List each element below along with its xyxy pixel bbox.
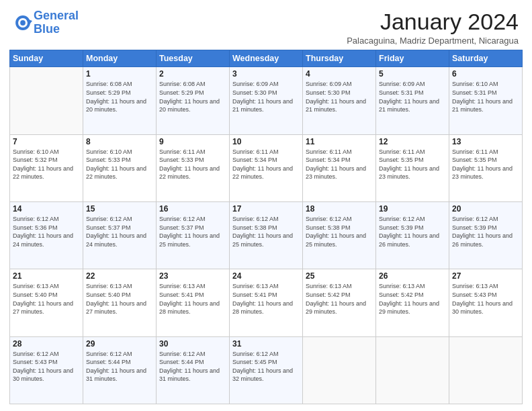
day-info: Sunrise: 6:13 AMSunset: 5:40 PMDaylight:… [86,282,153,316]
day-cell: 7Sunrise: 6:10 AMSunset: 5:32 PMDaylight… [10,134,83,201]
day-cell: 20Sunrise: 6:12 AMSunset: 5:39 PMDayligh… [449,202,523,269]
day-cell: 30Sunrise: 6:12 AMSunset: 5:44 PMDayligh… [157,336,230,404]
day-info: Sunrise: 6:12 AMSunset: 5:39 PMDaylight:… [452,215,519,248]
day-number: 5 [379,69,446,79]
logo-general: General [34,9,79,22]
day-cell: 21Sunrise: 6:13 AMSunset: 5:40 PMDayligh… [10,269,83,336]
logo-text: General Blue [34,9,79,36]
day-number: 7 [13,137,80,146]
header-thursday: Thursday [303,50,376,67]
day-cell: 31Sunrise: 6:12 AMSunset: 5:45 PMDayligh… [230,336,303,404]
day-cell [449,336,523,404]
week-row-2: 14Sunrise: 6:12 AMSunset: 5:36 PMDayligh… [10,202,523,269]
day-cell: 24Sunrise: 6:13 AMSunset: 5:41 PMDayligh… [230,269,303,336]
day-cell: 26Sunrise: 6:13 AMSunset: 5:42 PMDayligh… [376,269,449,336]
day-number: 25 [306,271,373,281]
header: General Blue January 2024 Palacaguina, M… [0,0,532,50]
day-info: Sunrise: 6:10 AMSunset: 5:33 PMDaylight:… [86,148,153,181]
day-cell: 11Sunrise: 6:11 AMSunset: 5:34 PMDayligh… [303,134,376,201]
day-info: Sunrise: 6:13 AMSunset: 5:42 PMDaylight:… [306,282,373,316]
calendar-table: SundayMondayTuesdayWednesdayThursdayFrid… [9,50,523,404]
logo-blue: Blue [34,22,60,36]
day-info: Sunrise: 6:13 AMSunset: 5:42 PMDaylight:… [379,282,446,316]
day-info: Sunrise: 6:11 AMSunset: 5:34 PMDaylight:… [232,148,300,181]
day-info: Sunrise: 6:12 AMSunset: 5:43 PMDaylight:… [13,350,80,383]
day-cell [10,67,83,134]
day-number: 9 [159,137,226,146]
day-cell [376,336,449,404]
day-cell: 4Sunrise: 6:09 AMSunset: 5:30 PMDaylight… [303,67,376,134]
day-info: Sunrise: 6:10 AMSunset: 5:32 PMDaylight:… [13,148,80,181]
day-cell: 22Sunrise: 6:13 AMSunset: 5:40 PMDayligh… [83,269,157,336]
day-info: Sunrise: 6:08 AMSunset: 5:29 PMDaylight:… [159,80,226,113]
header-monday: Monday [83,50,157,67]
day-number: 30 [159,339,226,349]
day-info: Sunrise: 6:12 AMSunset: 5:37 PMDaylight:… [159,215,226,248]
header-friday: Friday [376,50,449,67]
day-cell: 23Sunrise: 6:13 AMSunset: 5:41 PMDayligh… [157,269,230,336]
day-info: Sunrise: 6:12 AMSunset: 5:45 PMDaylight:… [232,350,300,383]
day-info: Sunrise: 6:12 AMSunset: 5:37 PMDaylight:… [86,215,153,248]
week-row-4: 28Sunrise: 6:12 AMSunset: 5:43 PMDayligh… [10,336,523,404]
day-info: Sunrise: 6:08 AMSunset: 5:29 PMDaylight:… [86,80,153,113]
calendar-header: SundayMondayTuesdayWednesdayThursdayFrid… [10,50,523,67]
month-title: January 2024 [347,9,519,34]
day-cell: 3Sunrise: 6:09 AMSunset: 5:30 PMDaylight… [230,67,303,134]
day-number: 24 [232,271,300,281]
day-number: 23 [159,271,226,281]
day-number: 26 [379,271,446,281]
day-info: Sunrise: 6:11 AMSunset: 5:35 PMDaylight:… [379,148,446,181]
day-number: 3 [232,69,300,79]
day-cell [303,336,376,404]
day-number: 22 [86,271,153,281]
day-number: 27 [452,271,519,281]
day-number: 14 [13,204,80,214]
day-info: Sunrise: 6:12 AMSunset: 5:44 PMDaylight:… [159,350,226,383]
week-row-1: 7Sunrise: 6:10 AMSunset: 5:32 PMDaylight… [10,134,523,201]
logo: General Blue [13,9,79,36]
day-number: 8 [86,137,153,146]
header-tuesday: Tuesday [157,50,230,67]
header-sunday: Sunday [10,50,83,67]
day-cell: 9Sunrise: 6:11 AMSunset: 5:33 PMDaylight… [157,134,230,201]
day-number: 21 [13,271,80,281]
day-cell: 5Sunrise: 6:09 AMSunset: 5:31 PMDaylight… [376,67,449,134]
calendar-body: 1Sunrise: 6:08 AMSunset: 5:29 PMDaylight… [10,67,523,404]
day-info: Sunrise: 6:09 AMSunset: 5:31 PMDaylight:… [379,80,446,113]
title-section: January 2024 Palacaguina, Madriz Departm… [347,9,519,46]
day-number: 15 [86,204,153,214]
day-number: 11 [306,137,373,146]
day-number: 4 [306,69,373,79]
svg-point-2 [20,20,26,26]
day-number: 2 [159,69,226,79]
day-info: Sunrise: 6:10 AMSunset: 5:31 PMDaylight:… [452,80,519,113]
day-info: Sunrise: 6:13 AMSunset: 5:41 PMDaylight:… [159,282,226,316]
day-info: Sunrise: 6:12 AMSunset: 5:39 PMDaylight:… [379,215,446,248]
day-cell: 17Sunrise: 6:12 AMSunset: 5:38 PMDayligh… [230,202,303,269]
logo-icon [13,13,32,32]
day-number: 18 [306,204,373,214]
day-info: Sunrise: 6:13 AMSunset: 5:43 PMDaylight:… [452,282,519,316]
day-cell: 29Sunrise: 6:12 AMSunset: 5:44 PMDayligh… [83,336,157,404]
day-number: 29 [86,339,153,349]
day-number: 19 [379,204,446,214]
day-cell: 25Sunrise: 6:13 AMSunset: 5:42 PMDayligh… [303,269,376,336]
day-cell: 6Sunrise: 6:10 AMSunset: 5:31 PMDaylight… [449,67,523,134]
day-number: 31 [232,339,300,349]
day-info: Sunrise: 6:11 AMSunset: 5:35 PMDaylight:… [452,148,519,181]
day-number: 6 [452,69,519,79]
week-row-0: 1Sunrise: 6:08 AMSunset: 5:29 PMDaylight… [10,67,523,134]
day-cell: 18Sunrise: 6:12 AMSunset: 5:38 PMDayligh… [303,202,376,269]
day-cell: 2Sunrise: 6:08 AMSunset: 5:29 PMDaylight… [157,67,230,134]
day-cell: 15Sunrise: 6:12 AMSunset: 5:37 PMDayligh… [83,202,157,269]
day-cell: 28Sunrise: 6:12 AMSunset: 5:43 PMDayligh… [10,336,83,404]
week-row-3: 21Sunrise: 6:13 AMSunset: 5:40 PMDayligh… [10,269,523,336]
day-info: Sunrise: 6:12 AMSunset: 5:38 PMDaylight:… [232,215,300,248]
day-info: Sunrise: 6:11 AMSunset: 5:33 PMDaylight:… [159,148,226,181]
header-wednesday: Wednesday [230,50,303,67]
day-number: 13 [452,137,519,146]
day-info: Sunrise: 6:11 AMSunset: 5:34 PMDaylight:… [306,148,373,181]
day-number: 12 [379,137,446,146]
day-header-row: SundayMondayTuesdayWednesdayThursdayFrid… [10,50,523,67]
day-cell: 19Sunrise: 6:12 AMSunset: 5:39 PMDayligh… [376,202,449,269]
